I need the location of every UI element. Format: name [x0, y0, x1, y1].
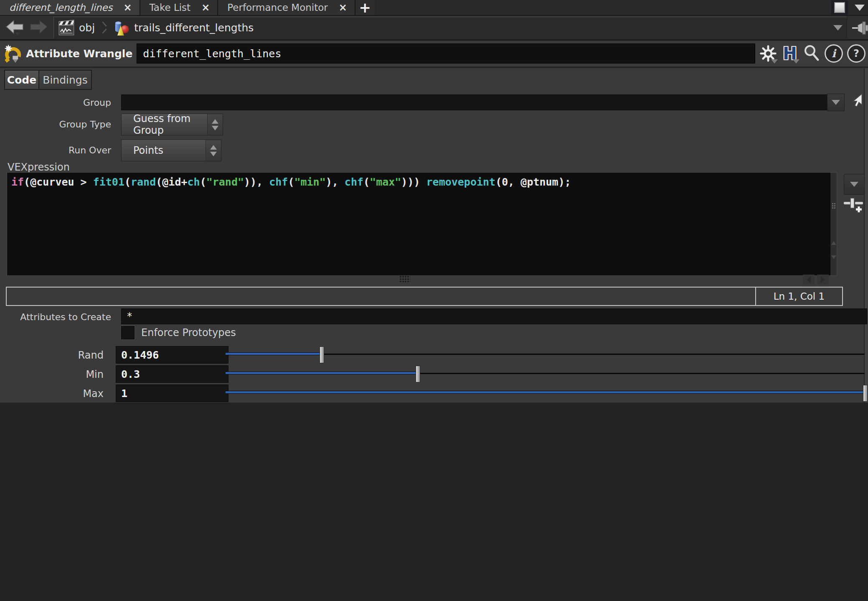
triangle-left-icon	[807, 276, 811, 283]
question-icon: ?	[853, 48, 859, 59]
group-type-value: Guess from Group	[122, 113, 207, 136]
max-value-field[interactable]: 1	[116, 385, 228, 402]
vex-code-line: if(@curveu > fit01(rand(@id+ch("rand")),…	[11, 176, 571, 188]
close-icon[interactable]: ×	[124, 3, 132, 13]
run-over-label: Run Over	[0, 145, 111, 155]
pane-tab-different-length-lines[interactable]: different_length_lines ×	[0, 0, 140, 15]
editor-language-dropdown-button[interactable]	[844, 174, 865, 195]
pane-controls	[831, 0, 868, 15]
info-icon: i	[832, 47, 836, 60]
close-icon[interactable]: ×	[339, 3, 347, 13]
run-over-select[interactable]: Points	[121, 140, 221, 161]
tab-code[interactable]: Code	[4, 70, 39, 90]
vexpression-code-editor[interactable]: if(@curveu > fit01(rand(@id+ch("rand")),…	[7, 172, 837, 276]
line-col-indicator: Ln 1, Col 1	[755, 288, 842, 305]
search-parms-button[interactable]	[803, 43, 820, 64]
houdini-parameter-pane: different_length_lines × Take List × Per…	[0, 0, 868, 601]
slider-handle[interactable]	[320, 346, 324, 363]
pane-tab-performance-monitor[interactable]: Performance Monitor ×	[218, 0, 355, 15]
scroll-left-button[interactable]	[803, 275, 815, 285]
min-label: Min	[0, 369, 104, 380]
attributes-to-create-label: Attributes to Create	[0, 312, 111, 322]
scroll-up-icon[interactable]	[831, 241, 836, 245]
folder-tabs: Code Bindings	[4, 70, 92, 90]
scroll-down-icon[interactable]	[831, 255, 836, 259]
group-type-select[interactable]: Guess from Group	[121, 114, 223, 135]
search-icon	[803, 44, 820, 63]
path-context-label[interactable]: obj	[79, 22, 95, 34]
min-slider[interactable]	[226, 365, 865, 382]
geometry-node-icon	[112, 19, 130, 36]
select-group-arrow-button[interactable]	[846, 92, 865, 110]
node-header-tools: H i ?	[759, 43, 868, 64]
forward-button[interactable]	[29, 20, 48, 36]
pane-tab-take-list[interactable]: Take List ×	[140, 0, 218, 15]
slider-handle[interactable]	[416, 366, 420, 382]
group-type-label: Group Type	[0, 119, 111, 130]
max-slider[interactable]	[226, 385, 865, 401]
new-tab-button[interactable]: +	[355, 0, 375, 15]
pin-icon[interactable]	[851, 19, 868, 36]
path-dropdown-chevron-icon[interactable]	[833, 25, 843, 31]
obj-network-icon	[58, 19, 75, 36]
tab-bindings[interactable]: Bindings	[39, 70, 92, 90]
enforce-prototypes-checkbox[interactable]	[121, 326, 135, 339]
enforce-prototypes-label: Enforce Prototypes	[141, 327, 236, 339]
node-name-input[interactable]: different_length_lines	[137, 43, 755, 64]
status-message-area	[7, 288, 755, 305]
rand-label: Rand	[0, 349, 104, 361]
attributes-to-create-input[interactable]: *	[121, 308, 867, 324]
node-type-label: Attribute Wrangle	[26, 48, 132, 60]
group-label: Group	[0, 97, 111, 108]
network-path-field[interactable]: obj trails_dif	[53, 17, 847, 38]
h-dropdown-chevron-icon	[793, 59, 799, 64]
run-over-value: Points	[122, 145, 206, 156]
editor-scroll-grip[interactable]	[832, 203, 836, 209]
chevron-down-icon	[832, 100, 840, 105]
parameters-panel: Code Bindings Group Group Type Guess fro…	[0, 68, 868, 402]
triangle-right-icon	[821, 276, 825, 283]
slider-handle[interactable]	[863, 385, 868, 402]
pane-tab-label: different_length_lines	[9, 2, 113, 13]
forward-arrow-icon	[30, 20, 47, 33]
editor-scrollbar[interactable]	[830, 173, 837, 275]
path-bar-tools	[851, 18, 868, 37]
back-button[interactable]	[5, 20, 24, 36]
slider-fill	[226, 391, 865, 394]
path-bar: obj trails_dif	[0, 16, 868, 41]
gear-dropdown-chevron-icon	[771, 59, 778, 64]
close-icon[interactable]: ×	[201, 3, 210, 13]
pane-tab-label: Performance Monitor	[227, 2, 328, 13]
pane-tab-bar: different_length_lines × Take List × Per…	[0, 0, 868, 16]
node-header: Attribute Wrangle different_length_lines…	[0, 41, 868, 68]
scroll-right-button[interactable]	[817, 275, 829, 285]
editor-hscroll-arrows	[803, 275, 829, 285]
gear-menu-button[interactable]	[759, 43, 777, 64]
attribwrangle-node-icon	[3, 43, 23, 64]
rand-slider[interactable]	[226, 346, 865, 363]
houdini-help-logo-button[interactable]: H	[781, 43, 799, 64]
chevron-down-icon	[850, 182, 858, 187]
path-node-label[interactable]: trails_different_lengths	[134, 22, 254, 34]
max-label: Max	[0, 388, 104, 400]
pane-tab-label: Take List	[150, 2, 191, 13]
spinner-arrows-icon[interactable]	[206, 140, 221, 161]
maximize-pane-icon	[834, 2, 845, 13]
slider-fill	[226, 352, 321, 355]
editor-status-bar: Ln 1, Col 1	[6, 287, 843, 306]
path-separator-chevron-icon	[101, 20, 107, 35]
add-spare-parameter-button[interactable]	[843, 196, 865, 215]
group-input[interactable]	[121, 94, 829, 110]
slider-fill	[226, 372, 417, 374]
pane-menu-chevron-icon[interactable]	[855, 5, 865, 11]
editor-resize-grip[interactable]	[399, 275, 410, 282]
min-value-field[interactable]: 0.3	[116, 365, 228, 383]
help-button[interactable]: ?	[847, 44, 865, 63]
maximize-pane-button[interactable]	[831, 0, 848, 15]
vexpression-label: VEXpression	[8, 161, 70, 173]
node-info-button[interactable]: i	[825, 44, 843, 63]
back-arrow-icon	[6, 20, 23, 33]
spinner-arrows-icon[interactable]	[207, 114, 223, 135]
group-dropdown-button[interactable]	[827, 94, 845, 111]
rand-value-field[interactable]: 0.1496	[116, 346, 228, 364]
